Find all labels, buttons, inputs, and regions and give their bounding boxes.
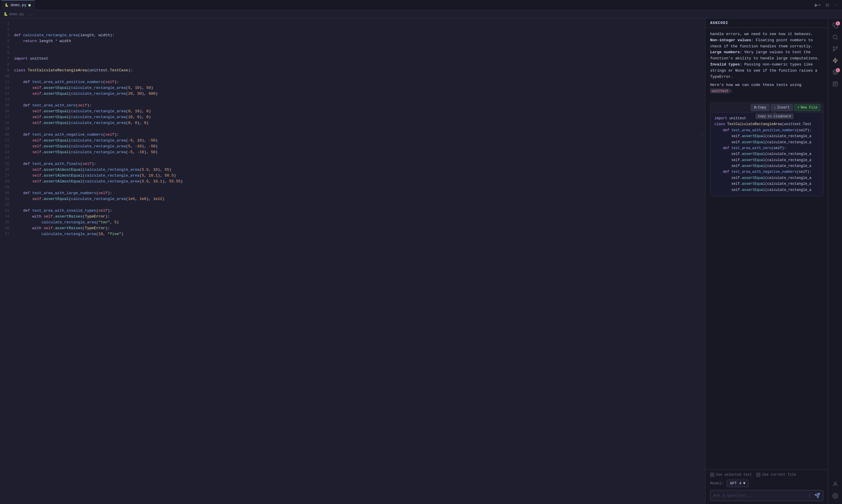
modified-indicator: [28, 4, 31, 6]
code-line: 2: [0, 26, 705, 33]
run-icon: ▶: [815, 3, 818, 7]
code-line: 11 def test_area_with_positive_numbers(s…: [0, 79, 705, 85]
model-row: Model: GPT 4 ▼: [710, 480, 823, 487]
file-icon: 🐍: [3, 12, 8, 16]
code-line: 6: [0, 50, 705, 56]
code-line: 8: [0, 62, 705, 68]
breadcrumb-separator: ›: [25, 12, 27, 16]
code-preview-line: self.assertEqual(calculate_rectangle_a: [715, 175, 819, 181]
svg-point-6: [834, 482, 836, 484]
code-preview-line: class TestCalculateRectangleArea(unittes…: [715, 121, 819, 127]
code-line: 28 self.assertAlmostEqual(calculate_rect…: [0, 179, 705, 184]
chat-paragraph-2: Here's how we can code these tests using…: [710, 82, 823, 94]
notes-activity-button[interactable]: [830, 79, 841, 90]
code-line: 37 calculate_rectangle_area(10, "five"): [0, 231, 705, 237]
use-selected-text-checkbox[interactable]: Use selected text: [710, 473, 752, 477]
chat-paragraph-1: handle errors, we need to see how it beh…: [710, 31, 823, 80]
code-line: 4 return length * width: [0, 38, 705, 44]
code-line: 18 self.assertEqual(calculate_rectangle_…: [0, 120, 705, 126]
activity-bar: 1: [828, 18, 842, 504]
demo-py-tab[interactable]: 🐍 demo.py: [1, 0, 35, 10]
svg-point-4: [833, 49, 834, 51]
checkbox-box[interactable]: [710, 473, 714, 477]
code-line: 33 def test_area_with_invalid_types(self…: [0, 208, 705, 214]
checkbox-box[interactable]: [756, 473, 760, 477]
panel-header: ASKCODI: [705, 18, 828, 28]
split-icon: ⊟: [826, 3, 829, 7]
editor-area[interactable]: 1 2 3 def calculate_rectangle_area(lengt…: [0, 18, 705, 504]
ask-icons: ⋮: [807, 492, 820, 499]
branch-activity-button[interactable]: [830, 44, 841, 55]
new-file-button[interactable]: + New File: [794, 104, 821, 111]
svg-point-3: [836, 47, 837, 48]
code-preview-line: self.assertEqual(calculate_rectangle_a: [715, 187, 819, 193]
badge-1: 1: [836, 21, 840, 25]
code-line: 7 import unittest: [0, 56, 705, 62]
code-line: 10: [0, 73, 705, 79]
breadcrumb: 🐍 demo.py › ...: [0, 10, 842, 18]
ai-activity-button[interactable]: [830, 56, 841, 66]
code-block-container: ⧉ Copy Copy to clipboard ↓ Insert + New …: [710, 103, 823, 196]
code-preview-line: self.assertEqual(calculate_rectangle_a: [715, 181, 819, 187]
code-line: 5: [0, 44, 705, 50]
code-line: 32: [0, 202, 705, 208]
askcodi-panel: ASKCODI handle errors, we need to see ho…: [705, 18, 828, 504]
user-activity-icon: [832, 481, 838, 488]
search-activity-button[interactable]: [830, 33, 841, 43]
insert-icon: ↓: [774, 106, 776, 110]
copy-button[interactable]: ⧉ Copy: [751, 104, 770, 111]
code-line: 19: [0, 126, 705, 132]
python-icon: 🐍: [5, 3, 9, 7]
insert-button[interactable]: ↓ Insert: [771, 104, 793, 111]
chat-text-area: handle errors, we need to see how it beh…: [705, 28, 828, 100]
code-preview-line: self.assertEqual(calculate_rectangle_a: [715, 133, 819, 139]
code-line: 13 self.assertEqual(calculate_rectangle_…: [0, 91, 705, 97]
notes-activity-icon: [832, 81, 838, 88]
user-activity-button[interactable]: [830, 480, 841, 490]
copy-icon: ⧉: [754, 106, 757, 110]
run-button[interactable]: ▶ ▼: [814, 1, 822, 8]
code-preview-line: self.assertEqual(calculate_rectangle_a: [715, 163, 819, 169]
layers-activity-button[interactable]: 1: [830, 68, 841, 78]
more-options-button[interactable]: ···: [832, 1, 839, 8]
svg-point-7: [835, 495, 836, 497]
code-line: 31 self.assertEqual(calculate_rectangle_…: [0, 196, 705, 202]
badge-layers: 1: [836, 68, 840, 72]
code-block-body[interactable]: import unittest class TestCalculateRecta…: [711, 112, 823, 196]
code-preview-line: def test_area_with_negative_numbers(self…: [715, 169, 819, 175]
new-file-icon: +: [797, 106, 799, 110]
code-line: 9 class TestCalculateRectangleArea(unitt…: [0, 68, 705, 73]
model-label: Model:: [710, 481, 724, 486]
checkbox-row: Use selected text Use current file: [710, 473, 823, 477]
code-preview-line: self.assertEqual(calculate_rectangle_a: [715, 140, 819, 145]
svg-point-2: [833, 47, 834, 48]
breadcrumb-filename[interactable]: demo.py: [9, 12, 24, 16]
ellipsis-icon: ⋮: [807, 493, 812, 499]
code-preview-line: self.assertEqual(calculate_rectangle_a: [715, 157, 819, 163]
send-button[interactable]: [814, 492, 820, 499]
panel-content[interactable]: handle errors, we need to see how it beh…: [705, 28, 828, 469]
more-options-ask-button[interactable]: ⋮: [807, 493, 812, 499]
copy-activity-button[interactable]: 1: [830, 21, 841, 31]
code-block-toolbar: ⧉ Copy Copy to clipboard ↓ Insert + New …: [711, 103, 823, 112]
panel-footer: Use selected text Use current file Model…: [705, 469, 828, 504]
code-preview-line: def test_area_with_positive_numbers(self…: [715, 127, 819, 133]
copy-tooltip: Copy to clipboard: [755, 113, 794, 119]
collapse-icon[interactable]: —: [701, 132, 703, 138]
code-line: 1: [0, 21, 705, 26]
ask-question-input[interactable]: [713, 493, 805, 498]
settings-activity-button[interactable]: [830, 491, 841, 502]
breadcrumb-more[interactable]: ...: [28, 12, 35, 16]
settings-activity-icon: [832, 493, 838, 500]
code-line: 14: [0, 97, 705, 103]
model-select[interactable]: GPT 4 ▼: [727, 480, 749, 487]
use-current-file-checkbox[interactable]: Use current file: [756, 473, 796, 477]
more-icon: ···: [834, 3, 837, 7]
ask-input-row: ⋮: [710, 490, 823, 501]
code-line: 30 def test_area_with_large_numbers(self…: [0, 190, 705, 196]
code-line: 12 self.assertEqual(calculate_rectangle_…: [0, 85, 705, 91]
ai-activity-icon: [832, 58, 838, 65]
code-line: 17 self.assertEqual(calculate_rectangle_…: [0, 114, 705, 120]
tab-actions: ▶ ▼ ⊟ ···: [814, 1, 842, 8]
split-editor-button[interactable]: ⊟: [824, 1, 830, 8]
